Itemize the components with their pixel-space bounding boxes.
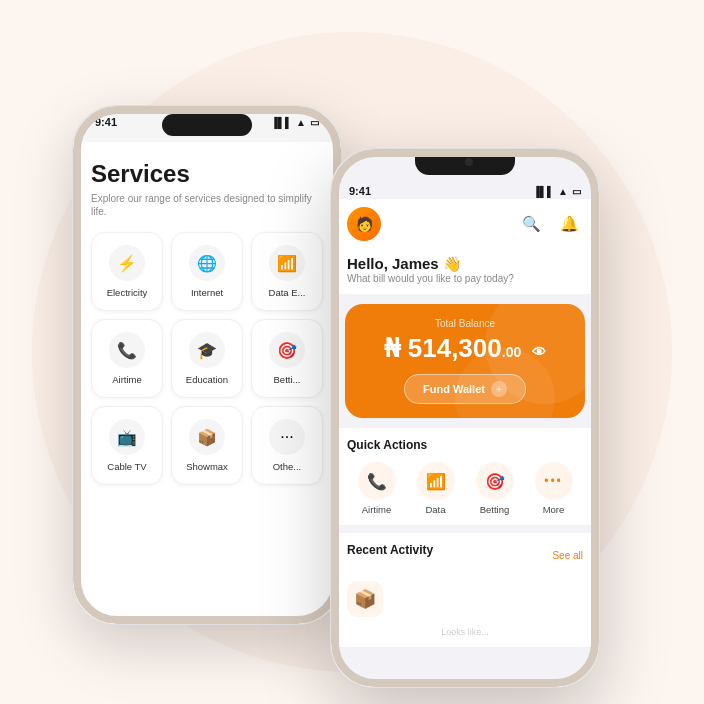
avatar[interactable]: 🧑 bbox=[347, 207, 381, 241]
header-icons: 🔍 🔔 bbox=[517, 210, 583, 238]
search-icon[interactable]: 🔍 bbox=[517, 210, 545, 238]
greeting-section: Hello, James 👋 What bill would you like … bbox=[331, 251, 599, 294]
phone-home: 9:41 ▐▌▌ ▲ ▭ 🧑 🔍 🔔 Hello, James 👋 What b… bbox=[330, 148, 600, 688]
bell-icon[interactable]: 🔔 bbox=[555, 210, 583, 238]
action-more-label: More bbox=[543, 504, 565, 515]
phone-frame-back bbox=[73, 106, 341, 624]
action-more[interactable]: ••• More bbox=[535, 462, 573, 515]
signal-front-icon: ▐▌▌ bbox=[533, 186, 554, 197]
quick-actions-title: Quick Actions bbox=[347, 438, 583, 452]
status-bar-front: 9:41 ▐▌▌ ▲ ▭ bbox=[331, 177, 599, 199]
balance-card: Total Balance ₦ 514,300.00 👁 Fund Wallet… bbox=[345, 304, 585, 418]
action-data[interactable]: 📶 Data bbox=[417, 462, 455, 515]
quick-actions-section: Quick Actions 📞 Airtime 📶 Data 🎯 Betting bbox=[331, 428, 599, 525]
battery-front-icon: ▭ bbox=[572, 186, 581, 197]
recent-activity-section: Recent Activity See all 📦 Looks like... bbox=[331, 533, 599, 647]
activity-showmax-icon: 📦 bbox=[347, 581, 383, 617]
action-airtime-label: Airtime bbox=[362, 504, 392, 515]
action-airtime[interactable]: 📞 Airtime bbox=[358, 462, 396, 515]
time-front: 9:41 bbox=[349, 185, 371, 197]
action-data-label: Data bbox=[425, 504, 445, 515]
wifi-front-icon: ▲ bbox=[558, 186, 568, 197]
phone-services: 9:41 ▐▌▌ ▲ ▭ Services Explore our range … bbox=[72, 105, 342, 625]
balance-eye-icon[interactable]: 👁 bbox=[532, 344, 546, 360]
action-airtime-icon: 📞 bbox=[358, 462, 396, 500]
home-header: 🧑 🔍 🔔 bbox=[331, 199, 599, 251]
recent-activity-header: Recent Activity See all bbox=[347, 543, 583, 567]
notch-back bbox=[162, 114, 252, 136]
looks-like-text: Looks like... bbox=[347, 627, 583, 637]
greeting-title: Hello, James 👋 bbox=[347, 255, 583, 273]
scene: 9:41 ▐▌▌ ▲ ▭ Services Explore our range … bbox=[0, 0, 704, 704]
balance-label: Total Balance bbox=[363, 318, 567, 329]
see-all-link[interactable]: See all bbox=[552, 550, 583, 561]
notch-front bbox=[415, 149, 515, 175]
status-icons-front: ▐▌▌ ▲ ▭ bbox=[533, 186, 581, 197]
balance-main: ₦ 514,300 bbox=[384, 333, 502, 363]
fund-wallet-plus-icon: ＋ bbox=[491, 381, 507, 397]
activity-item: 📦 bbox=[347, 575, 583, 623]
fund-wallet-button[interactable]: Fund Wallet ＋ bbox=[404, 374, 526, 404]
action-data-icon: 📶 bbox=[417, 462, 455, 500]
action-more-icon: ••• bbox=[535, 462, 573, 500]
greeting-subtitle: What bill would you like to pay today? bbox=[347, 273, 583, 284]
actions-row: 📞 Airtime 📶 Data 🎯 Betting ••• More bbox=[347, 462, 583, 515]
balance-amount: ₦ 514,300.00 👁 bbox=[363, 333, 567, 364]
fund-wallet-label: Fund Wallet bbox=[423, 383, 485, 395]
home-content: 🧑 🔍 🔔 Hello, James 👋 What bill would you… bbox=[331, 199, 599, 688]
action-betting-label: Betting bbox=[480, 504, 510, 515]
action-betting-icon: 🎯 bbox=[476, 462, 514, 500]
recent-activity-title: Recent Activity bbox=[347, 543, 433, 557]
balance-decimal: .00 bbox=[502, 344, 521, 360]
action-betting[interactable]: 🎯 Betting bbox=[476, 462, 514, 515]
